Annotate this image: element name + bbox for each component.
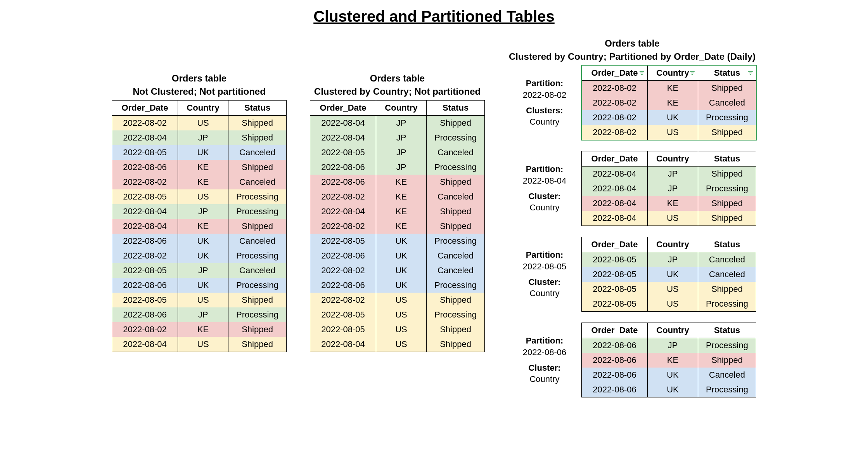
cell-status: Shipped: [698, 196, 756, 211]
cell-country: JP: [178, 130, 228, 145]
cell-country: US: [376, 337, 427, 352]
cell-status: Shipped: [228, 160, 287, 175]
cell-country: KE: [648, 353, 698, 368]
cell-status: Shipped: [427, 322, 485, 337]
cell-date: 2022-08-06: [112, 278, 178, 293]
columns-container: Orders table Not Clustered; Not partitio…: [12, 37, 856, 408]
cell-date: 2022-08-05: [582, 252, 648, 267]
table-row: 2022-08-06JPProcessing: [112, 307, 287, 322]
cell-country: US: [648, 211, 698, 226]
table-row: 2022-08-02USShipped: [582, 125, 756, 140]
table-row: 2022-08-06KEShipped: [112, 160, 287, 175]
partition-label-value: 2022-08-05: [523, 261, 567, 272]
middle-table-sub: Clustered by Country; Not partitioned: [314, 86, 481, 97]
table-row: 2022-08-05USShipped: [582, 282, 756, 297]
cell-country: UK: [178, 234, 228, 248]
cell-status: Shipped: [228, 337, 287, 352]
cell-country: UK: [376, 248, 427, 263]
cell-date: 2022-08-04: [310, 130, 376, 145]
table-row: 2022-08-04KEShipped: [582, 196, 756, 211]
table-row: 2022-08-05USShipped: [112, 293, 287, 307]
table-row: 2022-08-06JPProcessing: [310, 160, 485, 175]
table-row: 2022-08-02USShipped: [310, 293, 485, 307]
cell-status: Processing: [698, 338, 756, 353]
table-row: 2022-08-06UKProcessing: [582, 382, 756, 397]
cell-status: Shipped: [698, 125, 756, 140]
partition-label-title: Partition:: [526, 164, 564, 174]
column-header: Order_Date: [310, 101, 376, 116]
table-row: 2022-08-04KEShipped: [310, 204, 485, 219]
cell-status: Canceled: [228, 145, 287, 160]
partition-block: Partition:2022-08-02Clusters:CountryOrde…: [512, 65, 756, 140]
partition-label: Partition:2022-08-04Cluster:Country: [512, 151, 581, 226]
table-row: 2022-08-04JPShipped: [112, 130, 287, 145]
cell-country: KE: [376, 219, 427, 234]
cell-country: KE: [178, 160, 228, 175]
table-header-row: Order_DateCountryStatus: [582, 323, 756, 338]
cell-date: 2022-08-06: [112, 160, 178, 175]
cell-country: JP: [648, 181, 698, 196]
cluster-label-value: Country: [529, 288, 559, 299]
partition-label: Partition:2022-08-06Cluster:Country: [512, 323, 581, 397]
cluster-label-title: Clusters:: [526, 106, 563, 115]
column-header: Status: [698, 66, 756, 81]
cell-status: Processing: [427, 234, 485, 248]
table-row: 2022-08-05USProcessing: [582, 297, 756, 312]
cell-status: Shipped: [228, 293, 287, 307]
cell-date: 2022-08-02: [112, 116, 178, 131]
cell-country: US: [648, 282, 698, 297]
table-row: 2022-08-05JPCanceled: [582, 252, 756, 267]
cell-status: Shipped: [698, 81, 756, 96]
partition-block: Partition:2022-08-06Cluster:CountryOrder…: [512, 323, 756, 397]
partition-label-title: Partition:: [526, 336, 564, 345]
cell-date: 2022-08-06: [582, 382, 648, 397]
partition-table: Order_DateCountryStatus2022-08-05JPCance…: [581, 237, 756, 312]
column-header: Country: [376, 101, 427, 116]
cell-country: UK: [178, 145, 228, 160]
table-row: 2022-08-02KECanceled: [310, 189, 485, 204]
table-row: 2022-08-05USShipped: [310, 322, 485, 337]
partitions-container: Partition:2022-08-02Clusters:CountryOrde…: [512, 65, 756, 408]
cell-status: Shipped: [427, 175, 485, 189]
cell-status: Canceled: [427, 248, 485, 263]
cell-country: KE: [376, 189, 427, 204]
column-header: Country: [648, 237, 698, 252]
cell-date: 2022-08-04: [112, 130, 178, 145]
column-header: Status: [698, 237, 756, 252]
cell-country: UK: [178, 278, 228, 293]
column-header: Order_Date: [582, 66, 648, 81]
cluster-label-title: Cluster:: [528, 277, 560, 287]
cell-status: Shipped: [228, 130, 287, 145]
partition-label-title: Partition:: [526, 250, 564, 260]
column-header: Order_Date: [112, 101, 178, 116]
cell-country: JP: [376, 130, 427, 145]
cell-date: 2022-08-02: [112, 175, 178, 189]
cell-date: 2022-08-04: [112, 204, 178, 219]
cell-country: JP: [376, 160, 427, 175]
cell-date: 2022-08-04: [310, 204, 376, 219]
cell-status: Processing: [228, 278, 287, 293]
cell-status: Processing: [427, 130, 485, 145]
cell-status: Shipped: [698, 353, 756, 368]
cell-country: UK: [178, 248, 228, 263]
cell-date: 2022-08-02: [582, 95, 648, 110]
cell-country: UK: [648, 382, 698, 397]
partition-label-title: Partition:: [526, 78, 564, 88]
middle-caption: Orders table Clustered by Country; Not p…: [314, 72, 481, 98]
table-row: 2022-08-02KECanceled: [112, 175, 287, 189]
partition-block: Partition:2022-08-04Cluster:CountryOrder…: [512, 151, 756, 226]
cell-date: 2022-08-02: [112, 248, 178, 263]
cell-country: US: [178, 189, 228, 204]
right-column: Orders table Clustered by Country; Parti…: [508, 37, 756, 408]
cell-date: 2022-08-06: [310, 160, 376, 175]
cell-status: Shipped: [228, 116, 287, 131]
table-row: 2022-08-06UKProcessing: [112, 278, 287, 293]
cell-status: Processing: [427, 278, 485, 293]
cell-date: 2022-08-06: [112, 307, 178, 322]
filter-icon: [747, 70, 754, 76]
cell-date: 2022-08-02: [582, 125, 648, 140]
partition-label-value: 2022-08-02: [523, 89, 567, 101]
cell-country: KE: [376, 175, 427, 189]
middle-table-name: Orders table: [370, 73, 425, 83]
table-row: 2022-08-04USShipped: [310, 337, 485, 352]
